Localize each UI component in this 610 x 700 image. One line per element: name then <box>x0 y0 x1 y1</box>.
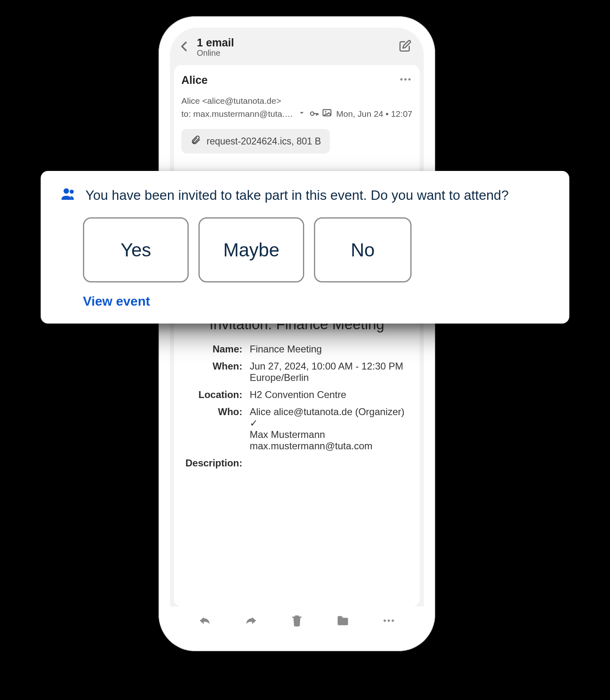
svg-point-8 <box>392 619 394 622</box>
encryption-icon <box>309 107 319 120</box>
svg-point-10 <box>70 190 74 194</box>
rsvp-no-button[interactable]: No <box>314 217 412 282</box>
forward-icon[interactable] <box>244 614 258 629</box>
to-address: max.mustermann@tuta.c… <box>193 109 295 119</box>
attachment-chip[interactable]: request-2024624.ics, 801 B <box>181 129 330 153</box>
topbar-titles: 1 email Online <box>191 37 398 58</box>
svg-point-6 <box>383 619 386 622</box>
from-line: Alice <alice@tutanota.de> <box>181 96 412 106</box>
svg-point-7 <box>388 619 390 622</box>
back-icon[interactable] <box>177 39 191 55</box>
value-description <box>250 457 412 469</box>
view-event-link[interactable]: View event <box>60 294 150 309</box>
rsvp-maybe-button[interactable]: Maybe <box>198 217 304 282</box>
value-when: Jun 27, 2024, 10:00 AM - 12:30 PM Europe… <box>250 361 412 383</box>
people-icon <box>60 186 76 205</box>
delete-icon[interactable] <box>290 614 304 629</box>
toolbar-more-icon[interactable] <box>382 614 396 629</box>
invite-question: You have been invited to take part in th… <box>85 188 509 203</box>
phone-frame: 1 email Online Alice Alice <alice@tutano… <box>159 16 435 651</box>
phone-screen: 1 email Online Alice Alice <alice@tutano… <box>170 28 424 640</box>
paperclip-icon <box>190 135 201 148</box>
label-who: Who: <box>181 406 242 452</box>
label-name: Name: <box>181 343 242 355</box>
sender-row: Alice <box>181 72 412 88</box>
invite-overlay-card: You have been invited to take part in th… <box>41 171 569 324</box>
label-when: When: <box>181 361 242 383</box>
svg-point-2 <box>408 78 411 81</box>
image-icon <box>322 107 332 120</box>
value-who: Alice alice@tutanota.de (Organizer) ✓ Ma… <box>250 406 412 452</box>
app-topbar: 1 email Online <box>170 28 424 65</box>
label-description: Description: <box>181 457 242 469</box>
invite-question-row: You have been invited to take part in th… <box>60 186 550 205</box>
mail-meta: Alice <alice@tutanota.de> to: max.muster… <box>181 96 412 120</box>
rsvp-choices: Yes Maybe No <box>60 217 550 282</box>
attachment-label: request-2024624.ics, 801 B <box>207 136 321 147</box>
expand-recipients-icon[interactable] <box>297 108 306 119</box>
event-details: Name: Finance Meeting When: Jun 27, 2024… <box>181 343 412 469</box>
topbar-status: Online <box>197 48 398 58</box>
svg-point-9 <box>63 188 69 194</box>
svg-point-0 <box>400 78 403 81</box>
mail-card: Alice Alice <alice@tutanota.de> to: max.… <box>174 65 420 606</box>
mail-toolbar <box>170 606 424 640</box>
to-label: to: <box>181 109 191 119</box>
value-name: Finance Meeting <box>250 343 412 355</box>
svg-point-3 <box>311 112 314 116</box>
rsvp-yes-button[interactable]: Yes <box>83 217 189 282</box>
svg-point-5 <box>325 111 326 112</box>
value-location: H2 Convention Centre <box>250 389 412 400</box>
who-organizer: Alice alice@tutanota.de (Organizer) ✓ <box>250 406 412 429</box>
topbar-title: 1 email <box>197 37 398 49</box>
who-attendee: Max Mustermann max.mustermann@tuta.com <box>250 429 412 452</box>
svg-point-1 <box>404 78 407 81</box>
mail-date: Mon, Jun 24 • 12:07 <box>336 109 412 119</box>
compose-icon[interactable] <box>398 39 412 55</box>
folder-icon[interactable] <box>336 614 350 629</box>
label-location: Location: <box>181 389 242 400</box>
sender-name: Alice <box>181 74 399 87</box>
reply-icon[interactable] <box>198 614 212 629</box>
mail-more-icon[interactable] <box>399 72 412 88</box>
